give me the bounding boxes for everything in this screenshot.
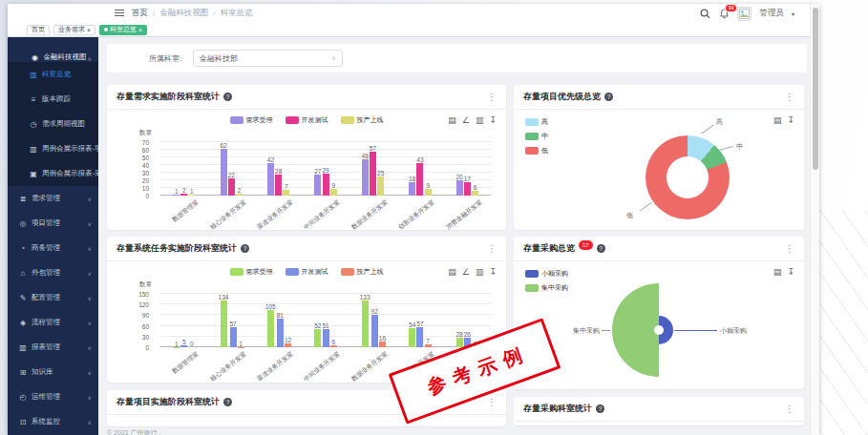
bar-value-label: 133 (360, 294, 370, 300)
avatar[interactable] (737, 7, 752, 21)
bar-set: 54577 (409, 294, 431, 347)
notification-bell-icon[interactable]: 99 (718, 8, 730, 19)
sidebar-item-label: 报表管理 (32, 342, 60, 352)
legend-item[interactable]: 需求受理 (230, 115, 273, 125)
bar-value-label: 2 (238, 187, 242, 194)
sidebar-item-1[interactable]: ▥科室总览 (8, 62, 98, 87)
bar-wrapper: 48 (362, 142, 369, 196)
legend-item[interactable]: 高 (525, 117, 548, 127)
kebab-menu-icon[interactable]: ⋮ (487, 397, 497, 407)
breadcrumb-item[interactable]: 首页 (132, 8, 148, 19)
kebab-menu-icon[interactable]: ⋮ (487, 243, 497, 254)
hamburger-menu-icon[interactable] (115, 10, 124, 17)
line-chart-toggle-icon[interactable]: ∠ (462, 267, 470, 277)
bar-value-label: 7 (426, 338, 430, 344)
bar-wrapper: 105 (265, 294, 276, 347)
sidebar-item-12[interactable]: ▥报表管理∨ (8, 335, 98, 360)
help-icon[interactable]: ? (223, 93, 232, 101)
kebab-menu-icon[interactable]: ⋮ (785, 243, 794, 254)
bar-wrapper: 26 (464, 294, 471, 347)
help-icon[interactable]: ? (223, 398, 232, 406)
help-icon[interactable]: ? (241, 244, 249, 253)
legend-item[interactable]: 中 (525, 132, 548, 141)
report-mgmt-icon: ▥ (18, 343, 28, 352)
caret-up-icon: ∧ (88, 55, 92, 62)
card-demand-stage-chart: 存量需求实施阶段科室统计 ? ⋮ 需求受理开发测试投产上线 ▤ ∠ ▥ ↧ 数量… (107, 85, 506, 230)
tab-0[interactable]: 首页 (27, 25, 50, 35)
kebab-menu-icon[interactable]: ⋮ (487, 92, 497, 102)
sidebar-item-3[interactable]: ◷需求周期视图 (8, 112, 98, 136)
legend-item[interactable]: 开发测试 (286, 267, 328, 277)
notification-badge: 99 (725, 4, 736, 12)
x-axis-label: 创新业务开发室 (397, 198, 436, 230)
chart-area: 小额采购集中采购 ▤ ↧ 集中采购 小额采购 (514, 261, 804, 389)
download-icon[interactable]: ↧ (787, 115, 794, 125)
y-axis-ticks: 0306090120150 (124, 294, 153, 347)
data-view-icon[interactable]: ▤ (448, 115, 456, 125)
tab-label: 业务需求 (58, 25, 85, 34)
legend-item[interactable]: 投产上线 (341, 115, 384, 125)
download-icon[interactable]: ↧ (489, 267, 497, 277)
close-icon[interactable]: × (87, 27, 91, 33)
callout-line (674, 330, 717, 331)
bar-set: 42287 (267, 142, 289, 196)
user-caret-down-icon[interactable]: ▾ (792, 10, 794, 17)
sidebar-item-2[interactable]: ≡版本跟踪 (8, 87, 98, 112)
tab-2[interactable]: 科室总览× (99, 25, 147, 35)
sidebar-item-5[interactable]: ▣周例会展示报表-采购 (8, 161, 98, 186)
bar (277, 319, 284, 347)
bar-set: 150 (173, 294, 195, 347)
bar-value-label: 1 (175, 188, 179, 195)
download-icon[interactable]: ↧ (489, 115, 497, 125)
bar-value-label: 57 (229, 321, 236, 327)
bar-value-label: 6 (474, 184, 477, 191)
legend-item[interactable]: 需求受理 (230, 267, 273, 277)
sidebar-item-13[interactable]: ⊞知识库∨ (8, 360, 98, 384)
help-icon[interactable]: ? (597, 244, 605, 253)
search-icon[interactable] (699, 8, 710, 19)
data-view-icon[interactable]: ▤ (773, 115, 782, 125)
bar (221, 149, 227, 196)
data-view-icon[interactable]: ▤ (773, 267, 782, 277)
legend-item[interactable]: 投产上线 (341, 267, 384, 277)
card-title: 存量项目优先级总览 (523, 91, 601, 103)
sidebar-item-14[interactable]: ◴运维管理∨ (8, 384, 98, 409)
department-select[interactable]: 金融科技部 ∨ (193, 50, 343, 67)
bar-group: 62222核心业务开发室 (207, 142, 254, 196)
callout-line (602, 330, 610, 331)
chart-toolbar: ▤ ∠ ▥ ↧ (448, 115, 497, 125)
sidebar-item-0[interactable]: ◉金融科技视图∧ (8, 37, 98, 62)
legend-item[interactable]: 小额采购 (525, 269, 568, 279)
kebab-menu-icon[interactable]: ⋮ (785, 92, 794, 102)
legend-swatch (286, 116, 299, 124)
data-view-icon[interactable]: ▤ (448, 267, 456, 277)
help-icon[interactable]: ? (604, 93, 613, 101)
download-icon[interactable]: ↧ (787, 267, 794, 277)
line-chart-toggle-icon[interactable]: ∠ (462, 115, 470, 125)
sidebar-item-15[interactable]: ⊡系统监控∨ (8, 409, 98, 434)
legend-item[interactable]: 集中采购 (525, 283, 568, 293)
bar-chart-toggle-icon[interactable]: ▥ (476, 267, 484, 277)
sidebar-item-9[interactable]: ⌂外包管理∨ (8, 260, 98, 285)
close-icon[interactable]: × (138, 27, 142, 33)
breadcrumb-item[interactable]: 金融科技视图 (159, 8, 208, 19)
sidebar-item-4[interactable]: ▥周例会展示报表-项目 (8, 136, 98, 161)
caret-down-icon: ∨ (88, 344, 92, 351)
slice-label-high: 高 (716, 117, 723, 127)
legend-item[interactable]: 开发测试 (286, 115, 328, 125)
sidebar-item-8[interactable]: ◔商务管理∨ (8, 236, 98, 260)
sidebar-item-7[interactable]: ◎项目管理∨ (8, 211, 98, 236)
sidebar-item-6[interactable]: ≣需求管理∨ (8, 186, 98, 211)
legend-label: 中 (541, 132, 548, 141)
callout-line (640, 202, 652, 211)
legend-item[interactable]: 低 (525, 146, 548, 155)
card-header: 存量项目优先级总览 ? ⋮ (514, 85, 804, 110)
sidebar-item-11[interactable]: ◈流程管理∨ (8, 310, 98, 335)
scrollbar-thumb[interactable] (813, 8, 818, 170)
user-name[interactable]: 管理员 (759, 8, 784, 19)
tab-1[interactable]: 业务需求× (53, 25, 95, 35)
help-icon[interactable]: ? (596, 404, 604, 413)
sidebar-item-10[interactable]: ✎配置管理∨ (8, 285, 98, 310)
kebab-menu-icon[interactable]: ⋮ (785, 404, 794, 414)
bar-chart-toggle-icon[interactable]: ▥ (476, 115, 484, 125)
